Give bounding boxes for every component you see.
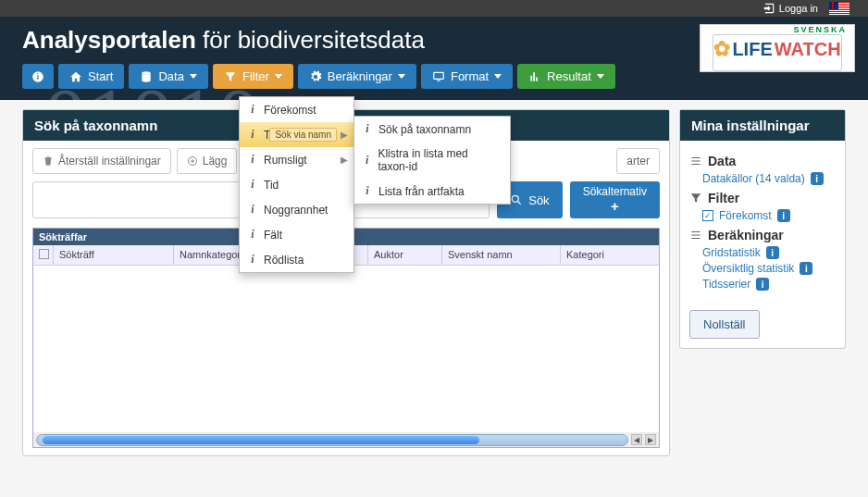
- dropdown-item-rodlista[interactable]: iRödlista: [240, 247, 353, 272]
- sidebar-link-gridstatistik[interactable]: Gridstatistiki: [702, 246, 836, 259]
- submenu-sok-taxonnamn[interactable]: iSök på taxonnamn: [354, 117, 510, 142]
- info-i-icon: i: [364, 154, 370, 168]
- col-auktor[interactable]: Auktor: [368, 245, 442, 265]
- dropdown-item-tid[interactable]: iTid: [240, 172, 353, 197]
- reset-settings-button[interactable]: Återställ inställningar: [32, 148, 171, 174]
- info-badge-icon[interactable]: i: [800, 262, 812, 275]
- scroll-left-icon[interactable]: ◀: [631, 434, 642, 445]
- add-button[interactable]: Lägg: [177, 148, 238, 174]
- info-i-icon: i: [249, 103, 256, 117]
- scroll-track[interactable]: [36, 434, 628, 446]
- chevron-down-icon: [190, 74, 197, 79]
- sidebar-reset-button[interactable]: Nollställ: [689, 310, 760, 339]
- sidebar-panel: Mina inställningar Data Datakällor (14 v…: [679, 109, 846, 349]
- tag-badge: Sök via namn: [269, 128, 337, 142]
- info-i-icon: i: [249, 228, 256, 242]
- col-svenskt[interactable]: Svenskt namn: [442, 245, 561, 265]
- nav-format[interactable]: Format: [421, 64, 513, 89]
- sidebar-title: Mina inställningar: [680, 110, 845, 141]
- sidebar-link-oversiktlig[interactable]: Översiktlig statistiki: [702, 262, 836, 275]
- sidebar-sec-calc: Beräkningar: [689, 228, 836, 242]
- logout-icon: [763, 2, 775, 15]
- leaf-icon: ✿: [713, 37, 730, 61]
- nav-result[interactable]: Resultat: [517, 64, 615, 89]
- svg-point-2: [143, 71, 151, 75]
- svg-text:i: i: [37, 72, 39, 81]
- plus-circle-icon: [187, 155, 198, 167]
- filter-dropdown: iFörekomst iTaxaSök via namn▶ iRumsligt▶…: [239, 96, 354, 273]
- list-icon: [689, 155, 702, 168]
- info-i-icon: i: [249, 203, 256, 217]
- sidebar-sec-data: Data: [689, 154, 836, 168]
- language-flag-uk[interactable]: [829, 2, 849, 15]
- sidebar-link-forekomst[interactable]: ✓Förekomsti: [702, 209, 836, 222]
- list-icon: [689, 229, 702, 242]
- sidebar-link-datakallor[interactable]: Datakällor (14 valda)i: [702, 172, 836, 185]
- grid-scrollbar[interactable]: ◀ ▶: [33, 432, 659, 447]
- info-i-icon: i: [249, 128, 256, 142]
- info-i-icon: i: [364, 184, 371, 198]
- cogs-icon: [309, 70, 322, 83]
- database-icon: [140, 70, 153, 83]
- monitor-icon: [432, 70, 445, 83]
- nav-data[interactable]: Data: [129, 64, 207, 89]
- search-icon: [510, 193, 523, 206]
- svg-point-5: [513, 196, 519, 203]
- nav-start[interactable]: Start: [58, 64, 124, 89]
- info-badge-icon[interactable]: i: [777, 209, 790, 222]
- submenu-lista-artfakta[interactable]: iLista från artfakta: [354, 179, 510, 204]
- chevron-right-icon: ▶: [341, 155, 348, 165]
- col-namnkategori[interactable]: Namnkategori: [174, 245, 248, 265]
- filter-icon: [689, 192, 702, 205]
- dropdown-item-rumsligt[interactable]: iRumsligt▶: [240, 147, 353, 172]
- chart-icon: [528, 70, 541, 83]
- checkbox-checked-icon: ✓: [702, 210, 713, 221]
- logo-lifewatch: SVENSKA ✿LIFEWATCH: [700, 24, 855, 72]
- dropdown-item-forekomst[interactable]: iFörekomst: [240, 97, 353, 122]
- nav-calculations[interactable]: Beräkningar: [298, 64, 416, 89]
- info-i-icon: i: [249, 153, 256, 167]
- info-icon: i: [31, 70, 44, 83]
- chevron-right-icon: ▶: [341, 130, 348, 140]
- scroll-right-icon[interactable]: ▶: [645, 434, 656, 445]
- info-badge-icon[interactable]: i: [766, 246, 779, 259]
- col-kategori[interactable]: Kategori: [561, 245, 659, 265]
- filter-icon: [224, 70, 237, 83]
- col-soktraff[interactable]: Sökträff: [54, 245, 174, 265]
- dropdown-item-noggrannhet[interactable]: iNoggrannhet: [240, 197, 353, 222]
- chevron-down-icon: [398, 74, 405, 79]
- chevron-down-icon: [597, 74, 604, 79]
- submenu-klistra-taxonid[interactable]: iKlistra in lista med taxon-id: [354, 142, 510, 179]
- search-options-button[interactable]: Sökalternativ +: [570, 181, 660, 218]
- info-i-icon: i: [364, 122, 371, 136]
- info-badge-icon[interactable]: i: [811, 172, 824, 185]
- grid-body: [33, 266, 659, 432]
- nav-filter[interactable]: Filter: [213, 64, 293, 89]
- info-i-icon: i: [249, 178, 256, 192]
- sidebar-link-tidsserier[interactable]: Tidsserieri: [702, 278, 836, 291]
- plus-icon: +: [583, 198, 647, 215]
- login-label: Logga in: [779, 3, 818, 14]
- login-link[interactable]: Logga in: [763, 2, 818, 15]
- trash-icon: [43, 155, 54, 167]
- dropdown-item-falt[interactable]: iFält: [240, 222, 353, 247]
- sidebar-sec-filter: Filter: [689, 191, 836, 205]
- svg-rect-3: [434, 72, 444, 79]
- dropdown-item-taxa[interactable]: iTaxaSök via namn▶: [240, 122, 353, 147]
- chevron-down-icon: [275, 74, 282, 79]
- nav-info[interactable]: i: [22, 64, 54, 89]
- info-i-icon: i: [249, 253, 256, 267]
- home-icon: [69, 70, 82, 83]
- info-badge-icon[interactable]: i: [756, 278, 769, 291]
- taxa-submenu: iSök på taxonnamn iKlistra in lista med …: [353, 116, 511, 205]
- col-checkbox[interactable]: [33, 245, 54, 265]
- arter-button[interactable]: arter: [616, 148, 660, 174]
- chevron-down-icon: [494, 74, 502, 79]
